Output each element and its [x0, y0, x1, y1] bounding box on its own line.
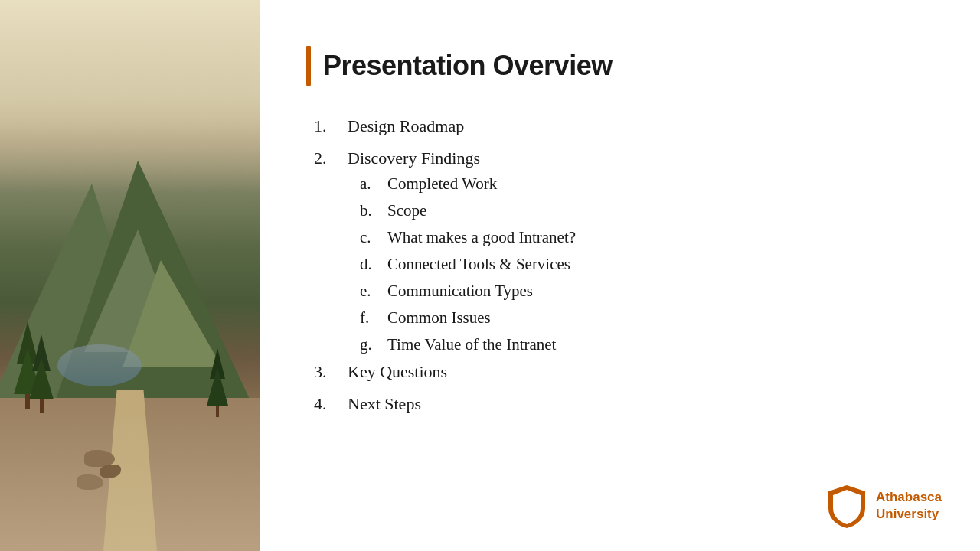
- sub-item-label: Connected Tools & Services: [387, 255, 570, 274]
- item-number: 1.: [314, 116, 335, 136]
- sub-list-container: a. Completed Work b. Scope c. What makes…: [314, 174, 934, 354]
- sub-item-label: What makes a good Intranet?: [387, 228, 576, 247]
- sub-item-letter: b.: [360, 201, 377, 220]
- sub-item-letter: d.: [360, 255, 377, 274]
- landscape-image: [0, 0, 260, 551]
- sub-item-letter: g.: [360, 335, 377, 354]
- list-item: 4. Next Steps: [314, 394, 934, 414]
- sub-item-label: Common Issues: [387, 308, 491, 328]
- sub-list-item: e. Communication Types: [360, 282, 934, 301]
- sub-list: a. Completed Work b. Scope c. What makes…: [314, 174, 934, 354]
- sub-list-item: a. Completed Work: [360, 174, 934, 194]
- sub-item-label: Completed Work: [387, 174, 497, 194]
- sub-list-item: g. Time Value of the Intranet: [360, 335, 934, 354]
- list-item: 1. Design Roadmap: [314, 116, 934, 136]
- sub-list-item: b. Scope: [360, 201, 934, 220]
- sub-list-item: f. Common Issues: [360, 308, 934, 328]
- slide-title: Presentation Overview: [323, 50, 612, 82]
- sub-list-item: d. Connected Tools & Services: [360, 255, 934, 274]
- sub-list-item: c. What makes a good Intranet?: [360, 228, 934, 247]
- item-label: Design Roadmap: [348, 116, 464, 136]
- sub-item-letter: a.: [360, 174, 377, 194]
- shield-icon: [827, 484, 867, 528]
- sub-item-label: Scope: [387, 201, 426, 220]
- item-label: Discovery Findings: [348, 148, 480, 168]
- item-number: 4.: [314, 394, 335, 414]
- content-panel: Presentation Overview 1. Design Roadmap …: [260, 0, 980, 551]
- main-list: 1. Design Roadmap 2. Discovery Findings …: [314, 116, 934, 414]
- item-number: 2.: [314, 148, 335, 168]
- content-area: 1. Design Roadmap 2. Discovery Findings …: [306, 116, 934, 520]
- sub-item-letter: e.: [360, 282, 377, 301]
- sub-item-letter: f.: [360, 308, 377, 328]
- sub-item-letter: c.: [360, 228, 377, 247]
- title-section: Presentation Overview: [306, 46, 934, 86]
- item-label: Next Steps: [348, 394, 421, 414]
- sub-item-label: Communication Types: [387, 282, 533, 301]
- university-logo: Athabasca University: [827, 484, 942, 528]
- item-number: 3.: [314, 362, 335, 382]
- sub-item-label: Time Value of the Intranet: [387, 335, 556, 354]
- university-name: Athabasca University: [876, 489, 942, 523]
- title-accent-bar: [306, 46, 311, 86]
- list-item: 2. Discovery Findings: [314, 148, 934, 168]
- item-label: Key Questions: [348, 362, 447, 382]
- list-item: 3. Key Questions: [314, 362, 934, 382]
